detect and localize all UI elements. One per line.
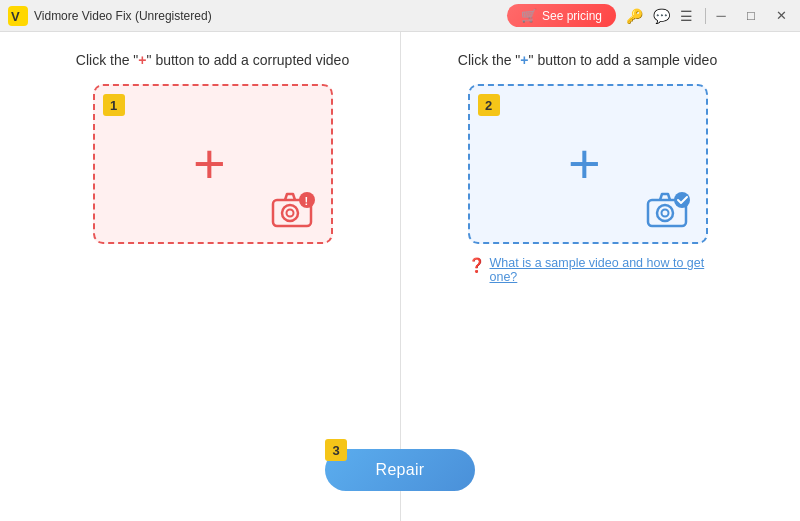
question-icon: ❓ xyxy=(468,257,485,273)
sample-video-panel: Click the "+" button to add a sample vid… xyxy=(415,52,760,429)
see-pricing-button[interactable]: 🛒 See pricing xyxy=(507,4,616,27)
repair-area: 3 Repair xyxy=(40,449,760,491)
right-plus-highlight: + xyxy=(520,52,528,68)
svg-point-8 xyxy=(657,205,673,221)
titlebar-icons: 🔑 💬 ☰ xyxy=(626,8,693,24)
badge-2: 2 xyxy=(478,94,500,116)
svg-point-3 xyxy=(282,205,298,221)
key-icon[interactable]: 🔑 xyxy=(626,8,643,24)
svg-point-4 xyxy=(286,210,293,217)
window-controls: ─ □ ✕ xyxy=(710,5,792,27)
svg-text:V: V xyxy=(11,9,20,24)
corrupted-camera-icon: ! xyxy=(269,190,319,230)
left-panel-title: Click the "+" button to add a corrupted … xyxy=(76,52,349,68)
left-plus-icon: + xyxy=(193,136,226,192)
sample-video-drop-zone[interactable]: 2 + xyxy=(468,84,708,244)
sample-camera-icon xyxy=(644,190,694,230)
main-content: Click the "+" button to add a corrupted … xyxy=(0,32,800,521)
titlebar: V Vidmore Video Fix (Unregistered) 🛒 See… xyxy=(0,0,800,32)
svg-point-10 xyxy=(674,192,690,208)
chat-icon[interactable]: 💬 xyxy=(653,8,670,24)
right-plus-icon: + xyxy=(568,136,601,192)
right-panel-title: Click the "+" button to add a sample vid… xyxy=(458,52,717,68)
maximize-button[interactable]: □ xyxy=(740,5,762,27)
left-plus-highlight: + xyxy=(138,52,146,68)
svg-text:!: ! xyxy=(304,195,308,207)
cart-icon: 🛒 xyxy=(521,8,537,23)
app-title: Vidmore Video Fix (Unregistered) xyxy=(34,9,507,23)
close-button[interactable]: ✕ xyxy=(770,5,792,27)
corrupted-video-drop-zone[interactable]: 1 + ! xyxy=(93,84,333,244)
svg-point-9 xyxy=(661,210,668,217)
badge-3: 3 xyxy=(325,439,347,461)
menu-icon[interactable]: ☰ xyxy=(680,8,693,24)
sample-link-container: ❓ What is a sample video and how to get … xyxy=(468,256,708,284)
corrupted-video-panel: Click the "+" button to add a corrupted … xyxy=(40,52,385,429)
app-logo: V xyxy=(8,6,28,26)
sample-video-link[interactable]: What is a sample video and how to get on… xyxy=(490,256,708,284)
badge-1: 1 xyxy=(103,94,125,116)
repair-button[interactable]: Repair xyxy=(325,449,475,491)
minimize-button[interactable]: ─ xyxy=(710,5,732,27)
vertical-divider xyxy=(400,32,401,521)
titlebar-divider xyxy=(705,8,706,24)
